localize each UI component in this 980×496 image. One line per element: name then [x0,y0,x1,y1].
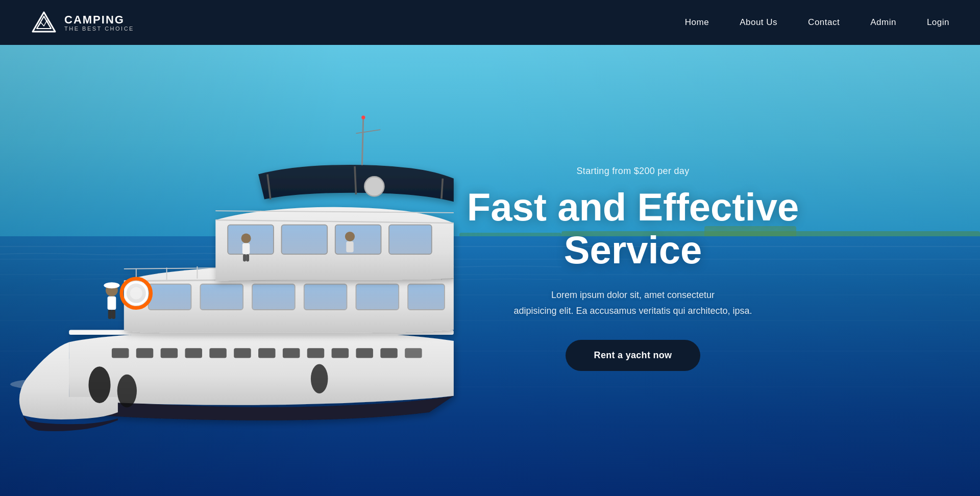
hero-subtitle: Starting from $200 per day [454,166,812,177]
svg-rect-83 [108,310,112,319]
nav-link-admin[interactable]: Admin [870,17,896,27]
nav-menu: Home About Us Contact Admin Login [685,17,949,28]
nav-link-about[interactable]: About Us [740,17,777,27]
svg-rect-50 [304,284,347,309]
svg-line-73 [355,166,356,194]
svg-point-76 [117,374,137,407]
svg-line-93 [356,130,381,133]
svg-line-74 [442,178,443,198]
nav-item-home[interactable]: Home [685,17,709,28]
hero-description: Lorem ipsum dolor sit, amet consectetur … [454,287,812,318]
hero-content: Starting from $200 per day Fast and Effe… [454,166,812,371]
svg-rect-33 [112,348,129,358]
svg-rect-37 [210,348,227,358]
svg-point-85 [104,282,120,288]
svg-point-77 [311,364,328,393]
svg-rect-45 [405,348,422,358]
hero-title: Fast and Effective Service [454,186,812,271]
hero-section: Starting from $200 per day Fast and Effe… [0,0,980,496]
svg-rect-36 [185,348,202,358]
svg-rect-40 [283,348,300,358]
svg-point-94 [365,177,384,196]
svg-rect-44 [381,348,398,358]
svg-point-75 [89,366,111,403]
nav-link-contact[interactable]: Contact [808,17,840,27]
svg-rect-82 [108,296,116,309]
svg-rect-38 [234,348,251,358]
nav-item-admin[interactable]: Admin [870,17,896,28]
svg-rect-35 [161,348,178,358]
svg-rect-48 [201,284,243,309]
svg-rect-91 [347,241,354,253]
svg-rect-88 [243,254,247,261]
svg-rect-41 [307,348,324,358]
rent-yacht-button[interactable]: Rent a yacht now [566,340,701,371]
nav-item-about[interactable]: About Us [740,17,777,28]
nav-item-login[interactable]: Login [927,17,949,28]
brand-logo-icon [31,9,57,36]
brand-tagline: THE BEST CHOICE [64,26,134,32]
nav-link-login[interactable]: Login [927,17,949,27]
svg-point-80 [130,287,142,299]
svg-marker-1 [37,16,51,29]
brand-logo-link[interactable]: CAMPING THE BEST CHOICE [31,9,134,36]
nav-link-home[interactable]: Home [685,17,709,27]
svg-rect-89 [247,254,250,261]
svg-point-86 [241,233,251,243]
svg-rect-43 [356,348,373,358]
brand-name: CAMPING [64,13,134,27]
svg-rect-42 [332,348,349,358]
svg-rect-49 [252,284,295,309]
brand-text: CAMPING THE BEST CHOICE [64,13,134,32]
svg-rect-84 [112,310,115,319]
navbar: CAMPING THE BEST CHOICE Home About Us Co… [0,0,980,45]
svg-rect-67 [282,225,328,254]
nav-item-contact[interactable]: Contact [808,17,840,28]
svg-rect-51 [356,284,399,309]
svg-rect-47 [149,284,191,309]
svg-rect-87 [242,243,250,254]
svg-rect-39 [258,348,275,358]
svg-point-95 [362,115,365,119]
svg-rect-69 [389,225,432,254]
svg-line-92 [362,116,363,165]
svg-rect-34 [136,348,153,358]
svg-point-90 [345,231,355,241]
svg-rect-52 [408,284,445,309]
svg-rect-68 [335,225,381,254]
